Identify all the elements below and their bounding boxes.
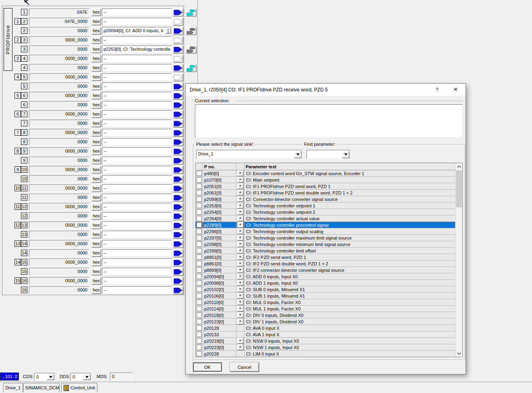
table-row[interactable]: p20106[0]+CI: SUB 1 inputs, Minuend X1 <box>196 293 456 299</box>
hex-button[interactable]: hex <box>91 194 101 201</box>
pzd-value-field[interactable]: 0000_0000 <box>29 55 89 62</box>
signal-source-field[interactable]: -- <box>102 184 172 192</box>
interconnect-arrow-button[interactable] <box>173 259 183 267</box>
pzd-value-field[interactable]: 0000 <box>29 138 89 146</box>
interconnect-arrow-button[interactable] <box>173 92 183 100</box>
signal-source-field[interactable]: -- <box>102 277 172 285</box>
interconnect-arrow-button[interactable] <box>173 120 183 128</box>
pzd-value-field[interactable]: 0000 <box>29 268 89 275</box>
expand-button[interactable]: + <box>237 183 244 189</box>
expand-button[interactable]: + <box>237 228 244 234</box>
table-row[interactable]: p20218[0]+CI: NSW 0 inputs, Input X0 <box>196 338 456 344</box>
expand-button[interactable]: + <box>237 273 244 279</box>
signal-source-field[interactable]: -- <box>102 8 172 16</box>
interconnect-arrow-button[interactable] <box>173 46 183 54</box>
signal-source-field[interactable]: -- <box>102 110 172 118</box>
hex-button[interactable]: hex <box>91 138 101 146</box>
signal-source-field[interactable]: -- <box>102 240 172 248</box>
ok-button[interactable]: OK <box>193 362 222 372</box>
pzd-value-field[interactable]: 0000_0000 <box>29 147 89 155</box>
hex-button[interactable]: hex <box>91 212 101 220</box>
table-row[interactable]: p2051[0]+CI: IF1 PROFIdrive PZD send wor… <box>196 183 456 190</box>
pzd-value-field[interactable]: 0000_0000 <box>29 166 89 174</box>
signal-source-field[interactable]: -- <box>102 129 172 137</box>
signal-source-field[interactable]: -- <box>102 231 172 238</box>
param-checkbox[interactable] <box>197 177 202 182</box>
hex-button[interactable]: hex <box>91 184 101 192</box>
signal-source-field[interactable]: -- <box>102 286 172 294</box>
hex-button[interactable]: hex <box>91 64 101 72</box>
param-checkbox[interactable] <box>197 312 202 318</box>
interconnect-arrow-button[interactable] <box>173 240 183 248</box>
pzd-value-field[interactable]: 0000 <box>29 212 89 220</box>
dds-combo[interactable]: 0 <box>70 373 91 381</box>
table-row[interactable]: p20228CI: LIM 0 input X <box>196 351 456 357</box>
hex-button[interactable]: hex <box>91 259 101 266</box>
hex-button[interactable]: hex <box>91 110 101 118</box>
interconnect-arrow-button[interactable] <box>173 203 183 211</box>
hex-button[interactable]: hex <box>91 157 101 164</box>
signal-source-field[interactable]: -- <box>102 194 172 201</box>
table-row[interactable]: p2296[0]+CI: Technology controller outpu… <box>196 228 456 235</box>
signal-sink-combo[interactable]: Drive_1 <box>196 150 302 159</box>
pzd-value-field[interactable]: 047E_0000 <box>29 18 89 25</box>
chevron-down-icon[interactable] <box>342 151 350 158</box>
interconnect-arrow-button[interactable] <box>173 83 183 91</box>
table-row[interactable]: p2297[0]+CI: Technology controller maxim… <box>196 235 456 241</box>
pzd-value-field[interactable]: 0000_0000 <box>29 184 89 192</box>
table-row[interactable]: p2061[0]+CI: IF1 PROFIdrive PZD send dou… <box>196 190 456 196</box>
interconnect-arrow-button[interactable] <box>173 184 183 192</box>
pzd-value-field[interactable]: 0000 <box>29 286 89 294</box>
help-icon[interactable]: ? <box>433 87 441 93</box>
chevron-down-icon[interactable] <box>83 374 91 380</box>
param-checkbox[interactable] <box>197 222 202 228</box>
close-icon[interactable]: ✕ <box>452 86 459 93</box>
pzd-value-field[interactable]: 0000_0000 <box>29 221 89 229</box>
interconnect-arrow-button[interactable] <box>173 286 183 294</box>
interconnect-arrow-button[interactable] <box>173 8 183 17</box>
hex-button[interactable]: hex <box>91 46 101 53</box>
interconnect-arrow-button[interactable] <box>173 129 183 137</box>
hex-button[interactable]: hex <box>91 240 101 248</box>
pzd-value-field[interactable]: 047E <box>29 8 89 16</box>
param-checkbox[interactable] <box>197 300 202 305</box>
param-checkbox[interactable] <box>197 261 202 266</box>
expand-button[interactable]: + <box>237 299 244 305</box>
table-scrollbar[interactable] <box>455 163 462 357</box>
expand-button[interactable]: + <box>237 235 244 241</box>
signal-source-field[interactable]: -- <box>102 83 172 90</box>
table-row[interactable]: p2099[0]+CI: Connector-binector converte… <box>196 196 456 203</box>
param-checkbox[interactable] <box>197 229 202 234</box>
expand-button[interactable]: + <box>237 280 244 286</box>
signal-source-field[interactable]: -- <box>102 101 172 109</box>
pzd-value-field[interactable]: 0000 <box>29 27 89 35</box>
pzd-value-field[interactable]: 0000_0000 <box>29 129 89 137</box>
interconnect-arrow-button[interactable] <box>173 166 183 174</box>
expand-button[interactable]: + <box>237 306 244 312</box>
interconnect-arrow-button[interactable] <box>173 64 183 72</box>
tab-drive-1[interactable]: Drive_1 <box>3 383 23 392</box>
signal-source-field[interactable]: -- <box>102 18 172 25</box>
interconnect-arrow-button[interactable] <box>173 147 183 155</box>
signal-source-field[interactable]: -- <box>102 259 172 266</box>
hex-button[interactable]: hex <box>91 8 101 16</box>
connector-link-icon[interactable] <box>186 8 197 17</box>
table-row[interactable]: p1070[0]+CI: Main setpoint <box>196 177 456 183</box>
signal-source-field[interactable]: -- <box>102 166 172 174</box>
table-row[interactable]: p20110[0]+CI: MUL 0 inputs, Factor X0 <box>196 299 456 306</box>
signal-source-field[interactable]: -- <box>102 147 172 155</box>
table-row[interactable]: p2298[0]+CI: Technology controller minim… <box>196 241 456 248</box>
scrollbar-thumb[interactable] <box>456 170 462 207</box>
hex-button[interactable]: hex <box>91 166 101 174</box>
interconnect-arrow-button[interactable] <box>173 55 183 63</box>
interconnect-arrow-button[interactable] <box>173 249 183 257</box>
expand-button[interactable]: + <box>237 241 244 247</box>
table-row[interactable]: p2253[0]+CI: Technology controller setpo… <box>196 203 456 209</box>
hex-button[interactable]: hex <box>91 36 101 44</box>
pzd-value-field[interactable]: 0000 <box>29 231 89 238</box>
cancel-button[interactable]: Cancel <box>230 362 259 372</box>
interconnect-arrow-button[interactable] <box>173 277 183 285</box>
table-row[interactable]: p20114[0]+CI: MUL 1 inputs, Factor X0 <box>196 306 456 312</box>
connector-link-icon[interactable] <box>186 46 197 54</box>
table-row[interactable]: p2289[0]+CI: Technology controller preco… <box>196 222 456 228</box>
